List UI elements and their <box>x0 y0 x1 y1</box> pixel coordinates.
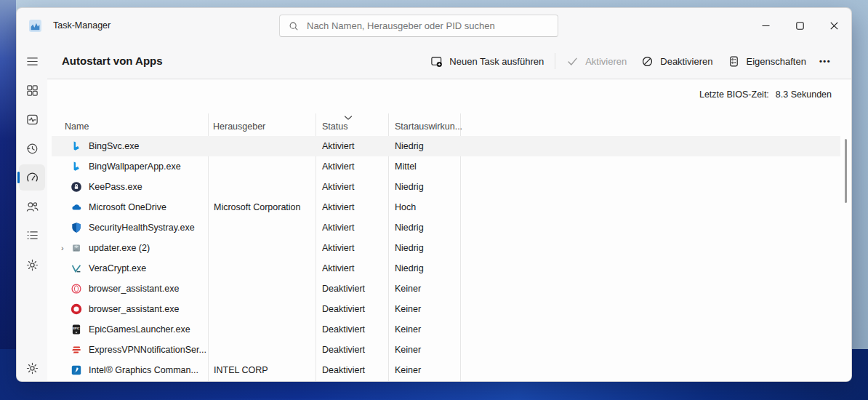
sidebar-item-startup-apps[interactable] <box>19 164 45 191</box>
cell-name: browser_assistant.exe <box>52 303 208 315</box>
minimize-button[interactable] <box>749 8 783 43</box>
status: Aktiviert <box>316 161 388 172</box>
table-row[interactable]: browser_assistant.exeDeaktiviertKeiner <box>52 299 840 319</box>
app-name: ExpressVPNNotificationSer... <box>89 345 206 355</box>
cell-name: browser_assistant.exe <box>52 283 208 295</box>
sidebar <box>17 43 47 381</box>
updater-app-icon <box>71 242 82 254</box>
startup-impact: Keiner <box>388 304 460 314</box>
startup-apps-icon <box>25 171 39 185</box>
status: Aktiviert <box>316 141 388 151</box>
bing-app-icon <box>71 140 82 152</box>
toolbar-separator <box>555 53 555 69</box>
table-row[interactable]: SecurityHealthSystray.exeAktiviertNiedri… <box>52 217 840 238</box>
content-area: Autostart von Apps Neuen Task ausführen <box>47 43 851 381</box>
sidebar-item-details[interactable] <box>19 222 45 248</box>
sidebar-item-app-history[interactable] <box>19 135 45 161</box>
status: Aktiviert <box>316 243 388 253</box>
task-manager-window: Task-Manager Nach Namen, Herausgeber ode… <box>16 7 852 382</box>
table-row[interactable]: EPICEpicGamesLauncher.exeDeaktiviertKein… <box>52 319 840 340</box>
details-icon <box>25 228 39 242</box>
sidebar-item-settings[interactable] <box>19 355 45 381</box>
properties-icon <box>728 55 740 68</box>
bios-label: Letzte BIOS-Zeit: <box>699 89 769 100</box>
cell-name: SecurityHealthSystray.exe <box>52 222 208 233</box>
hamburger-icon <box>25 55 39 68</box>
table-row[interactable]: Intel® Graphics Comman...INTEL CORPDeakt… <box>52 360 840 380</box>
column-header-publisher[interactable]: Herausgeber <box>213 121 265 132</box>
opera-outline-app-icon <box>71 283 82 295</box>
cell-name: VeraCrypt.exe <box>52 263 208 274</box>
app-name: BingWallpaperApp.exe <box>89 161 181 172</box>
table-row[interactable]: BingSvc.exeAktiviertNiedrig <box>52 136 840 156</box>
table-header: Name Herausgeber Status Startauswirkun..… <box>52 113 840 136</box>
startup-impact: Hoch <box>388 202 460 212</box>
column-header-name[interactable]: Name <box>65 121 89 132</box>
search-icon <box>289 21 299 31</box>
app-name: VeraCrypt.exe <box>89 263 146 273</box>
bios-value: 8.3 Sekunden <box>776 89 832 100</box>
sidebar-item-menu[interactable] <box>19 48 45 74</box>
users-icon <box>25 200 39 214</box>
slash-circle-icon <box>641 55 654 68</box>
table-row[interactable]: ›updater.exe (2)AktiviertNiedrig <box>52 238 840 258</box>
services-icon <box>25 258 39 272</box>
window-controls <box>749 8 851 43</box>
app-name: SecurityHealthSystray.exe <box>89 223 195 233</box>
onedrive-app-icon <box>71 201 82 213</box>
close-button[interactable] <box>817 8 851 43</box>
enable-button[interactable]: Aktivieren <box>559 51 634 72</box>
status: Deaktiviert <box>316 324 388 335</box>
status: Deaktiviert <box>316 284 388 294</box>
title-bar: Task-Manager Nach Namen, Herausgeber ode… <box>17 8 851 43</box>
column-header-impact[interactable]: Startauswirkun... <box>395 121 462 132</box>
status: Aktiviert <box>316 182 388 192</box>
table-row[interactable]: browser_assistant.exeDeaktiviertKeiner <box>52 279 840 299</box>
svg-text:EPIC: EPIC <box>73 327 80 330</box>
properties-button[interactable]: Eigenschaften <box>720 51 813 72</box>
search-input[interactable]: Nach Namen, Herausgeber oder PID suchen <box>279 15 558 37</box>
app-name: EpicGamesLauncher.exe <box>89 324 190 335</box>
cell-name: ›updater.exe (2) <box>52 242 208 254</box>
sidebar-item-processes[interactable] <box>19 77 45 103</box>
sidebar-item-users[interactable] <box>19 193 45 220</box>
table-row[interactable]: VeraCrypt.exeAktiviertNiedrig <box>52 258 840 279</box>
disable-label: Deaktivieren <box>660 56 712 67</box>
disable-button[interactable]: Deaktivieren <box>634 51 720 72</box>
close-icon <box>830 22 838 30</box>
status: Aktiviert <box>316 202 388 212</box>
window-title: Task-Manager <box>53 20 110 31</box>
run-new-task-label: Neuen Task ausführen <box>449 56 544 67</box>
gear-icon <box>25 361 39 375</box>
column-header-status[interactable]: Status <box>322 121 347 132</box>
publisher: Microsoft Corporation <box>208 202 316 212</box>
table-row[interactable]: Microsoft OneDriveMicrosoft CorporationA… <box>52 197 840 217</box>
sidebar-item-services[interactable] <box>19 252 45 278</box>
startup-impact: Niedrig <box>388 243 460 253</box>
more-options-button[interactable]: ••• <box>813 52 837 70</box>
expand-chevron-icon[interactable]: › <box>61 244 71 252</box>
startup-impact: Keiner <box>388 365 460 375</box>
maximize-button[interactable] <box>783 8 817 43</box>
table-row[interactable]: BingWallpaperApp.exeAktiviertMittel <box>52 156 840 177</box>
startup-impact: Mittel <box>388 161 460 172</box>
new-task-icon <box>430 55 443 68</box>
expressvpn-app-icon <box>71 344 82 356</box>
app-history-icon <box>25 142 39 156</box>
table-row[interactable]: KeePass.exeAktiviertNiedrig <box>52 177 840 197</box>
keepass-app-icon <box>71 181 82 193</box>
task-manager-app-icon <box>29 20 41 32</box>
startup-impact: Keiner <box>388 324 460 335</box>
minimize-icon <box>762 22 770 30</box>
sidebar-item-performance[interactable] <box>19 106 45 132</box>
app-name: browser_assistant.exe <box>89 284 179 294</box>
status: Aktiviert <box>316 223 388 233</box>
run-new-task-button[interactable]: Neuen Task ausführen <box>423 51 551 72</box>
intel-app-icon <box>71 364 82 376</box>
search-placeholder: Nach Namen, Herausgeber oder PID suchen <box>307 20 495 31</box>
page-header: Autostart von Apps Neuen Task ausführen <box>47 43 851 79</box>
startup-impact: Keiner <box>388 284 460 294</box>
vertical-scrollbar[interactable] <box>845 139 847 203</box>
cell-name: KeePass.exe <box>52 181 208 193</box>
table-row[interactable]: ExpressVPNNotificationSer...DeaktiviertK… <box>52 340 840 360</box>
